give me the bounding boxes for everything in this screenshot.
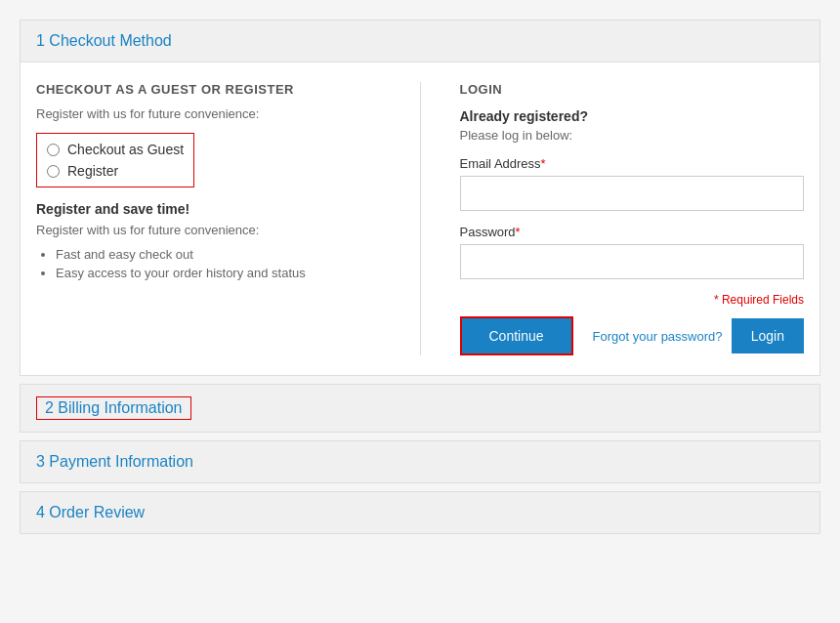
guest-radio-label[interactable]: Checkout as Guest — [47, 142, 184, 157]
register-bold-text: Register and save time! — [36, 201, 381, 217]
payment-info-section: 3 Payment Information — [20, 440, 820, 483]
password-label: Password* — [460, 225, 805, 239]
email-required-star: * — [541, 156, 546, 171]
page-wrapper: 1 Checkout Method CHECKOUT AS A GUEST OR… — [20, 20, 820, 534]
benefit-item-2: Easy access to your order history and st… — [56, 266, 381, 280]
payment-info-title: 3 Payment Information — [36, 453, 193, 470]
login-button[interactable]: Login — [732, 318, 804, 353]
guest-radio-text: Checkout as Guest — [67, 142, 184, 157]
checkout-two-col: CHECKOUT AS A GUEST OR REGISTER Register… — [36, 82, 804, 355]
checkout-method-title: 1 Checkout Method — [36, 32, 172, 49]
order-review-section: 4 Order Review — [20, 491, 820, 534]
login-right-col: LOGIN Already registered? Please log in … — [460, 82, 805, 355]
order-review-header: 4 Order Review — [21, 492, 819, 533]
please-log-in-text: Please log in below: — [460, 128, 805, 143]
order-review-title: 4 Order Review — [36, 504, 145, 520]
billing-info-title: 2 Billing Information — [36, 396, 191, 420]
email-label: Email Address* — [460, 156, 805, 171]
email-input[interactable] — [460, 176, 805, 211]
billing-info-section: 2 Billing Information — [20, 384, 820, 433]
guest-radio[interactable] — [47, 144, 60, 156]
password-required-star: * — [516, 225, 521, 239]
form-actions-row: Continue Forgot your password? Login — [460, 316, 805, 355]
payment-info-header: 3 Payment Information — [21, 441, 819, 482]
benefit-item-1: Fast and easy check out — [56, 247, 381, 262]
required-fields-note: * Required Fields — [460, 293, 805, 307]
benefits-list: Fast and easy check out Easy access to y… — [36, 247, 381, 280]
col-divider — [420, 82, 421, 355]
checkout-left-col: CHECKOUT AS A GUEST OR REGISTER Register… — [36, 82, 381, 355]
continue-button[interactable]: Continue — [460, 316, 573, 355]
register-radio-text: Register — [67, 163, 118, 179]
register-radio-label[interactable]: Register — [47, 163, 184, 179]
register-prompt: Register with us for future convenience: — [36, 106, 381, 121]
password-input[interactable] — [460, 244, 805, 279]
continue-area: Continue Forgot your password? — [460, 316, 723, 355]
checkout-method-body: CHECKOUT AS A GUEST OR REGISTER Register… — [21, 62, 819, 375]
guest-register-heading: CHECKOUT AS A GUEST OR REGISTER — [36, 82, 381, 97]
already-registered-text: Already registered? — [460, 108, 805, 124]
billing-info-header: 2 Billing Information — [21, 385, 819, 432]
login-heading: LOGIN — [460, 82, 805, 97]
checkout-method-section: 1 Checkout Method CHECKOUT AS A GUEST OR… — [20, 20, 820, 376]
forgot-password-link[interactable]: Forgot your password? — [593, 329, 723, 344]
register-desc-text: Register with us for future convenience: — [36, 223, 381, 237]
checkout-method-header: 1 Checkout Method — [21, 21, 819, 62]
checkout-radio-group: Checkout as Guest Register — [36, 133, 194, 187]
register-radio[interactable] — [47, 165, 60, 178]
